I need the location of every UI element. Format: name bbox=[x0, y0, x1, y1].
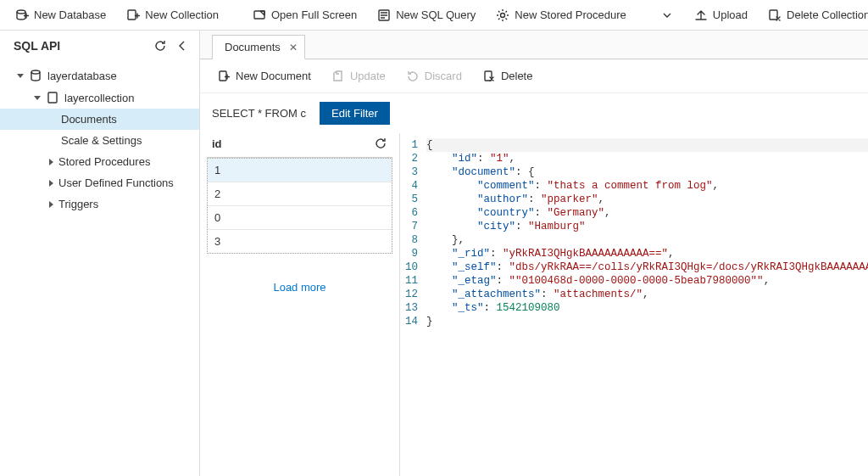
refresh-icon[interactable] bbox=[374, 137, 387, 150]
update-button: Update bbox=[325, 66, 392, 87]
id-list-pane: id 1 2 0 3 Load more bbox=[200, 133, 400, 476]
document-toolbar: New Document Update Discard Delete bbox=[200, 59, 868, 93]
discard-button: Discard bbox=[399, 66, 469, 87]
caret-right-icon bbox=[49, 201, 53, 208]
upload-button[interactable]: Upload bbox=[686, 5, 756, 25]
dropdown-caret[interactable] bbox=[652, 5, 682, 25]
open-full-screen-label: Open Full Screen bbox=[271, 8, 357, 21]
tab-documents[interactable]: Documents ✕ bbox=[212, 35, 305, 59]
sidebar-title: SQL API bbox=[14, 39, 60, 53]
json-code[interactable]: { "id": "1", "document": { "comment": "t… bbox=[426, 138, 868, 476]
svg-point-0 bbox=[17, 10, 25, 14]
svg-rect-5 bbox=[770, 10, 777, 20]
tree-item-udf[interactable]: User Defined Functions bbox=[0, 172, 199, 193]
filter-query-text: SELECT * FROM c bbox=[212, 107, 306, 120]
caret-right-icon bbox=[49, 180, 53, 187]
update-label: Update bbox=[350, 70, 386, 82]
tree-item-documents[interactable]: Documents bbox=[0, 109, 199, 130]
caret-down-icon bbox=[34, 96, 41, 100]
new-document-label: New Document bbox=[236, 70, 311, 82]
json-editor[interactable]: 1234567891011121314 { "id": "1", "docume… bbox=[400, 133, 868, 476]
sidebar-tree: layerdatabase layercollection Documents … bbox=[0, 61, 199, 215]
svg-point-4 bbox=[501, 13, 505, 17]
new-collection-label: New Collection bbox=[145, 8, 219, 21]
id-row[interactable]: 2 bbox=[208, 182, 392, 206]
id-row[interactable]: 3 bbox=[208, 230, 392, 253]
id-row[interactable]: 0 bbox=[208, 206, 392, 230]
tree-collection-label: layercollection bbox=[64, 92, 134, 104]
upload-label: Upload bbox=[713, 8, 748, 21]
tree-item-label: Triggers bbox=[58, 198, 98, 210]
open-full-screen-button[interactable]: Open Full Screen bbox=[244, 5, 365, 25]
sidebar: SQL API layerdatabase layercollection Do… bbox=[0, 31, 200, 476]
tree-collection[interactable]: layercollection bbox=[0, 87, 199, 109]
caret-right-icon bbox=[49, 159, 53, 165]
delete-label: Delete bbox=[501, 70, 533, 82]
collection-icon bbox=[46, 91, 59, 104]
caret-down-icon bbox=[17, 74, 24, 78]
tree-database[interactable]: layerdatabase bbox=[0, 64, 199, 87]
tree-item-label: User Defined Functions bbox=[58, 176, 174, 189]
id-cell: 3 bbox=[214, 235, 220, 248]
tree-item-label: Scale & Settings bbox=[61, 134, 142, 147]
tab-bar: Documents ✕ bbox=[200, 31, 868, 59]
id-column-header: id bbox=[212, 137, 222, 150]
id-cell: 1 bbox=[214, 164, 220, 176]
edit-filter-button[interactable]: Edit Filter bbox=[320, 102, 390, 125]
new-sql-query-button[interactable]: New SQL Query bbox=[369, 5, 484, 25]
top-toolbar: New Database New Collection Open Full Sc… bbox=[0, 0, 868, 31]
tree-item-stored-procedures[interactable]: Stored Procedures bbox=[0, 151, 199, 172]
tree-database-label: layerdatabase bbox=[47, 70, 117, 82]
svg-rect-9 bbox=[220, 71, 226, 81]
delete-button[interactable]: Delete bbox=[476, 66, 540, 87]
new-database-button[interactable]: New Database bbox=[7, 5, 114, 25]
id-row[interactable]: 1 bbox=[208, 159, 392, 182]
delete-collection-label: Delete Collection bbox=[787, 8, 868, 21]
filter-row: SELECT * FROM c Edit Filter bbox=[200, 93, 868, 133]
svg-rect-2 bbox=[254, 11, 264, 19]
new-database-label: New Database bbox=[34, 8, 106, 21]
close-icon[interactable]: ✕ bbox=[289, 42, 298, 53]
id-cell: 2 bbox=[214, 188, 220, 200]
tree-item-label: Documents bbox=[61, 113, 117, 126]
new-sql-query-label: New SQL Query bbox=[396, 8, 476, 21]
delete-collection-button[interactable]: Delete Collection bbox=[760, 5, 868, 25]
tree-item-label: Stored Procedures bbox=[58, 155, 150, 168]
new-collection-button[interactable]: New Collection bbox=[118, 5, 227, 25]
tree-item-scale-settings[interactable]: Scale & Settings bbox=[0, 130, 199, 151]
svg-rect-1 bbox=[128, 10, 136, 20]
new-document-button[interactable]: New Document bbox=[210, 66, 318, 87]
collapse-icon[interactable] bbox=[175, 39, 189, 53]
discard-label: Discard bbox=[425, 70, 462, 82]
new-stored-procedure-button[interactable]: New Stored Procedure bbox=[487, 5, 635, 25]
line-gutter: 1234567891011121314 bbox=[405, 138, 426, 476]
id-list: 1 2 0 3 bbox=[207, 158, 392, 254]
refresh-icon[interactable] bbox=[153, 39, 167, 53]
database-icon bbox=[29, 69, 42, 82]
svg-rect-8 bbox=[48, 92, 57, 103]
new-stored-procedure-label: New Stored Procedure bbox=[515, 8, 626, 21]
svg-point-7 bbox=[31, 70, 40, 74]
id-cell: 0 bbox=[214, 211, 220, 224]
tab-label: Documents bbox=[225, 41, 281, 53]
load-more-link[interactable]: Load more bbox=[207, 254, 392, 300]
tree-item-triggers[interactable]: Triggers bbox=[0, 193, 199, 215]
